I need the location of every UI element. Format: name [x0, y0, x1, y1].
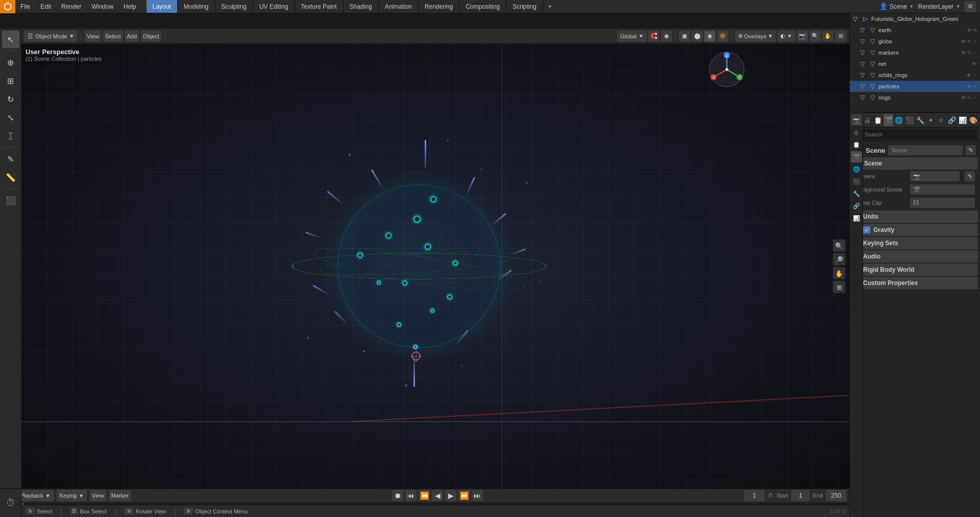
main-3d-viewport[interactable]: User Perspective (1) Scene Collection | … [21, 44, 849, 488]
active-clip-field[interactable]: 🎞 [910, 198, 975, 208]
move-tool-btn[interactable]: ⊞ [2, 72, 19, 89]
tab-animation[interactable]: Animation [379, 0, 419, 13]
tab-rendering[interactable]: Rendering [419, 0, 459, 13]
props-sidebar-icon-data[interactable]: 📊 [851, 213, 862, 224]
prev-frame-btn[interactable]: ⏪ [419, 490, 430, 501]
outliner-item-globe[interactable]: ▽ ▽ globe 👁 ✎ ☞ [850, 36, 980, 47]
jump-end-btn[interactable]: ⏭ [472, 490, 483, 501]
cursor-tool-btn[interactable]: ⊕ [2, 54, 19, 71]
scene-name[interactable]: Scene [890, 3, 907, 10]
props-sidebar-icon-constraints[interactable]: 🔗 [851, 200, 862, 212]
section-units-header[interactable]: ▶ Units [852, 210, 978, 223]
nav-btn[interactable]: ✋ [822, 31, 834, 42]
jump-start-btn[interactable]: ⏮ [405, 490, 416, 501]
global-transform-dropdown[interactable]: Global ▼ [617, 31, 647, 42]
select-menu-btn[interactable]: Select [103, 31, 123, 42]
section-custom-props-header[interactable]: ▶ Custom Properties [852, 277, 978, 289]
visibility-icon-earth[interactable]: 👁 [967, 28, 972, 33]
props-sidebar-icon-1[interactable]: 📷 [851, 114, 862, 126]
snap-btn[interactable]: 🧲 [648, 31, 659, 42]
rendered-btn[interactable]: 🔆 [717, 31, 728, 42]
zoom-in-btn[interactable]: 🔍 [833, 240, 845, 252]
tab-compositing[interactable]: Compositing [459, 0, 506, 13]
menu-file[interactable]: File [15, 0, 35, 13]
edit-icon-earth[interactable]: ✎ [973, 28, 977, 33]
add-workspace-btn[interactable]: + [543, 0, 557, 13]
props-sidebar-icon-world[interactable]: 🌐 [851, 163, 862, 175]
tab-modeling[interactable]: Modeling [178, 0, 215, 13]
options-btn[interactable]: ⚙ [965, 1, 976, 12]
prop-icon-view-layer[interactable]: 📋 [873, 114, 883, 126]
render-layer-name[interactable]: RenderLayer [918, 3, 953, 10]
edit-icon-globe[interactable]: ✎ [967, 39, 971, 44]
camera-value-field[interactable]: 📷 [910, 171, 960, 181]
menu-render[interactable]: Render [56, 0, 86, 13]
zoom-out-btn[interactable]: 🔎 [833, 253, 845, 266]
gravity-checkbox[interactable]: ✓ [863, 226, 870, 233]
edit-icon-markers[interactable]: ✎ [967, 50, 971, 56]
visibility-icon-markers[interactable]: 👁 [961, 50, 966, 56]
camera-edit-btn[interactable]: ✎ [965, 171, 975, 181]
annotate-tool-btn[interactable]: ✎ [2, 150, 19, 168]
visibility-icon-net[interactable]: 👁 [972, 61, 977, 67]
props-sidebar-icon-object[interactable]: ⬛ [851, 176, 862, 187]
outliner-item-rings[interactable]: ▽ ▽ rings 👁 ✎ ☞ [850, 92, 980, 103]
menu-edit[interactable]: Edit [35, 0, 56, 13]
scene-name-field[interactable]: Scene [888, 145, 963, 155]
select-icon-markers[interactable]: ☞ [972, 50, 977, 56]
edit-icon-rings[interactable]: ✎ [967, 95, 971, 101]
measure-tool-btn[interactable]: 📏 [2, 169, 19, 186]
keying-dropdown[interactable]: Keying ▼ [57, 490, 87, 501]
prop-icon-output[interactable]: 🖨 [863, 114, 872, 126]
tab-sculpting[interactable]: Sculpting [215, 0, 253, 13]
rotate-tool-btn[interactable]: ↻ [2, 90, 19, 108]
object-mode-dropdown[interactable]: ☰ Object Mode ▼ [24, 31, 77, 42]
timeline-view-btn[interactable]: View [90, 490, 106, 501]
current-frame-display[interactable]: 1 [744, 490, 765, 501]
outliner-item-orbits[interactable]: ▽ ▽ orbits_rings 👁 ☞ [850, 69, 980, 81]
prop-icon-world[interactable]: 🌐 [894, 114, 904, 126]
menu-window[interactable]: Window [86, 0, 118, 13]
section-rigid-body-header[interactable]: ▶ Rigid Body World [852, 264, 978, 276]
end-frame-input[interactable]: 250 [826, 490, 846, 501]
bg-scene-field[interactable]: 🎬 [910, 184, 975, 195]
props-sidebar-icon-mod[interactable]: 🔧 [851, 188, 862, 199]
section-scene-header[interactable]: ▼ Scene [852, 157, 978, 170]
visibility-icon-particles[interactable]: 👁 [967, 84, 972, 89]
viewport-shading-btn[interactable]: ◐ ▼ [777, 31, 795, 42]
tab-layout[interactable]: Layout [146, 0, 178, 13]
timeline-marker-btn[interactable]: Marker [109, 490, 131, 501]
properties-search-input[interactable] [853, 129, 977, 139]
nav-gizmo-container[interactable]: Z Y X [706, 49, 747, 91]
select-icon-orbits[interactable]: ☞ [972, 73, 977, 78]
prop-icon-data[interactable]: 📊 [958, 114, 968, 126]
outliner-item-particles[interactable]: ▽ ▽ particles 👁 ✎ [850, 81, 980, 92]
play-reverse-btn[interactable]: ◀ [432, 490, 443, 501]
tab-texture-paint[interactable]: Texture Paint [295, 0, 344, 13]
select-tool-btn[interactable]: ↖ [2, 31, 19, 48]
material-btn[interactable]: ◉ [704, 31, 716, 42]
start-frame-input[interactable]: 1 [791, 490, 810, 501]
select-icon-globe[interactable]: ☞ [972, 39, 977, 44]
tab-shading[interactable]: Shading [344, 0, 379, 13]
section-audio-header[interactable]: ▶ Audio [852, 250, 978, 263]
scene-edit-btn[interactable]: ✎ [966, 145, 976, 155]
prop-icon-object[interactable]: ⬛ [905, 114, 915, 126]
outliner-item-net[interactable]: ▽ ▽ net 👁 [850, 58, 980, 69]
prop-icon-scene[interactable]: 🎬 [884, 114, 893, 126]
next-frame-btn[interactable]: ⏩ [458, 490, 470, 501]
grid-btn[interactable]: ⊞ [835, 31, 846, 42]
visibility-icon-orbits[interactable]: 👁 [966, 73, 971, 78]
section-gravity-header[interactable]: ▶ ✓ Gravity [852, 224, 978, 236]
search-btn[interactable]: 🔍 [810, 31, 821, 42]
outliner-item-root[interactable]: ▽ ▷ Futuristic_Globe_Hologram_Green [850, 13, 980, 25]
camera-btn[interactable]: 📷 [797, 31, 808, 42]
grid-view-btn[interactable]: ⊞ [833, 281, 845, 293]
add-menu-btn[interactable]: Add [125, 31, 139, 42]
wireframe-btn[interactable]: ▣ [679, 31, 690, 42]
pan-btn[interactable]: ✋ [833, 267, 845, 279]
section-keying-sets-header[interactable]: ▶ Keying Sets [852, 237, 978, 249]
overlays-btn[interactable]: ⊕ Overlays ▼ [735, 31, 776, 42]
select-icon-rings[interactable]: ☞ [972, 95, 977, 101]
menu-help[interactable]: Help [118, 0, 141, 13]
